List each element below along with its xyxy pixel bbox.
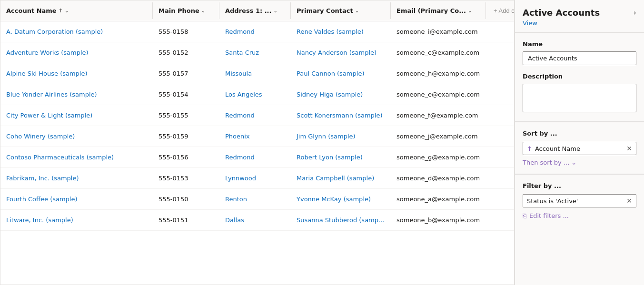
sort-tag[interactable]: ↑ Account Name ✕ [523, 142, 636, 155]
panel-description-textarea[interactable] [523, 84, 636, 112]
cell-account-name[interactable]: Litware, Inc. (sample) [0, 212, 153, 228]
sort-field-label: Account Name [535, 145, 624, 152]
cell-address[interactable]: Redmond [219, 149, 291, 166]
cell-main-phone: 555-0154 [153, 86, 219, 103]
table-row: Adventure Works (sample) 555-0152 Santa … [0, 42, 514, 63]
cell-address[interactable]: Redmond [219, 23, 291, 40]
col-header-main-phone[interactable]: Main Phone ⌄ [153, 2, 219, 19]
cell-primary-contact[interactable]: Robert Lyon (sample) [291, 149, 391, 166]
col-label-main-phone: Main Phone [159, 7, 199, 14]
cell-email: someone_j@example.com [391, 128, 486, 145]
cell-email: someone_d@example.com [391, 170, 486, 187]
cell-address[interactable]: Phoenix [219, 128, 291, 145]
cell-primary-contact[interactable]: Paul Cannon (sample) [291, 65, 391, 82]
col-dropdown-icon-main-phone[interactable]: ⌄ [201, 8, 205, 13]
cell-primary-contact[interactable]: Yvonne McKay (sample) [291, 191, 391, 207]
table-row: City Power & Light (sample) 555-0155 Red… [0, 105, 514, 126]
col-label-primary-contact: Primary Contact [297, 7, 353, 14]
cell-primary-contact[interactable]: Sidney Higa (sample) [291, 86, 391, 103]
panel-name-input[interactable] [523, 51, 636, 65]
filter-section-label: Filter by ... [523, 182, 636, 189]
cell-email: someone_i@example.com [391, 23, 486, 40]
filter-tag-close-button[interactable]: ✕ [626, 197, 632, 205]
table-row: Contoso Pharmaceuticals (sample) 555-015… [0, 147, 514, 168]
panel-name-label: Name [523, 40, 636, 48]
table-row: Coho Winery (sample) 555-0159 Phoenix Ji… [0, 126, 514, 147]
cell-account-name[interactable]: Coho Winery (sample) [0, 128, 153, 145]
cell-address[interactable]: Los Angeles [219, 86, 291, 103]
cell-main-phone: 555-0151 [153, 212, 219, 228]
cell-address[interactable]: Redmond [219, 107, 291, 124]
cell-address[interactable]: Dallas [219, 212, 291, 228]
cell-email: someone_g@example.com [391, 149, 486, 166]
col-label-address: Address 1: ... [225, 7, 272, 14]
sort-section: Sort by ... ↑ Account Name ✕ Then sort b… [515, 122, 644, 174]
col-dropdown-icon-address[interactable]: ⌄ [274, 8, 277, 13]
panel-view-link[interactable]: View [515, 20, 644, 32]
cell-account-name[interactable]: City Power & Light (sample) [0, 107, 153, 124]
filter-tag[interactable]: Status is 'Active' ✕ [523, 194, 636, 207]
cell-primary-contact[interactable]: Maria Campbell (sample) [291, 170, 391, 187]
col-header-primary-contact[interactable]: Primary Contact ⌄ [291, 2, 391, 19]
filter-value-label: Status is 'Active' [527, 197, 624, 205]
cell-main-phone: 555-0157 [153, 65, 219, 82]
cell-address[interactable]: Lynnwood [219, 170, 291, 187]
cell-main-phone: 555-0158 [153, 23, 219, 40]
sort-tag-close-button[interactable]: ✕ [626, 145, 632, 152]
col-dropdown-icon-email[interactable]: ⌄ [468, 8, 472, 13]
col-label-account-name: Account Name [6, 7, 57, 14]
panel-description-section: Description [515, 73, 644, 121]
cell-primary-contact[interactable]: Scott Konersmann (sample) [291, 107, 391, 124]
panel-title: Active Accounts [523, 8, 600, 18]
cell-address[interactable]: Missoula [219, 65, 291, 82]
edit-filters-label: Edit filters ... [529, 212, 569, 219]
cell-address[interactable]: Renton [219, 191, 291, 207]
table-row: Fabrikam, Inc. (sample) 555-0153 Lynnwoo… [0, 168, 514, 189]
cell-primary-contact[interactable]: Jim Glynn (sample) [291, 128, 391, 145]
cell-main-phone: 555-0156 [153, 149, 219, 166]
cell-account-name[interactable]: Alpine Ski House (sample) [0, 65, 153, 82]
cell-account-name[interactable]: A. Datum Corporation (sample) [0, 23, 153, 40]
edit-filters-button[interactable]: ⎗ Edit filters ... [523, 212, 569, 219]
cell-primary-contact[interactable]: Rene Valdes (sample) [291, 23, 391, 40]
cell-account-name[interactable]: Blue Yonder Airlines (sample) [0, 86, 153, 103]
cell-main-phone: 555-0153 [153, 170, 219, 187]
cell-address[interactable]: Santa Cruz [219, 44, 291, 61]
cell-account-name[interactable]: Contoso Pharmaceuticals (sample) [0, 149, 153, 166]
funnel-icon: ⎗ [523, 212, 526, 219]
cell-main-phone: 555-0150 [153, 191, 219, 207]
cell-email: someone_a@example.com [391, 191, 486, 207]
col-dropdown-icon-account-name[interactable]: ⌄ [65, 8, 69, 13]
add-column-button[interactable]: + Add column [486, 2, 515, 19]
col-label-email: Email (Primary Co... [396, 7, 466, 14]
filter-section: Filter by ... Status is 'Active' ✕ ⎗ Edi… [515, 174, 644, 227]
panel-chevron-icon[interactable]: › [634, 8, 636, 17]
panel-header: Active Accounts › [515, 0, 644, 20]
col-header-account-name[interactable]: Account Name ↑ ⌄ [0, 2, 153, 19]
col-header-email[interactable]: Email (Primary Co... ⌄ [391, 2, 486, 19]
cell-account-name[interactable]: Fabrikam, Inc. (sample) [0, 170, 153, 187]
table-header: Account Name ↑ ⌄ Main Phone ⌄ Address 1:… [0, 0, 514, 21]
sort-asc-icon: ↑ [59, 8, 63, 14]
cell-main-phone: 555-0155 [153, 107, 219, 124]
cell-account-name[interactable]: Fourth Coffee (sample) [0, 191, 153, 207]
cell-main-phone: 555-0159 [153, 128, 219, 145]
table-row: Litware, Inc. (sample) 555-0151 Dallas S… [0, 210, 514, 231]
panel-description-label: Description [523, 73, 636, 80]
then-sort-chevron-icon: ⌄ [571, 159, 576, 166]
then-sort-label: Then sort by ... [523, 159, 569, 166]
cell-email: someone_c@example.com [391, 44, 486, 61]
cell-primary-contact[interactable]: Susanna Stubberod (samp... [291, 212, 391, 228]
col-dropdown-icon-primary-contact[interactable]: ⌄ [355, 8, 359, 13]
cell-primary-contact[interactable]: Nancy Anderson (sample) [291, 44, 391, 61]
col-header-address[interactable]: Address 1: ... ⌄ [219, 2, 291, 19]
panel-name-section: Name [515, 33, 644, 73]
table-body: A. Datum Corporation (sample) 555-0158 R… [0, 21, 514, 285]
table-row: Blue Yonder Airlines (sample) 555-0154 L… [0, 84, 514, 105]
table-row: Alpine Ski House (sample) 555-0157 Misso… [0, 63, 514, 84]
then-sort-button[interactable]: Then sort by ... ⌄ [523, 159, 576, 166]
right-panel: Active Accounts › View Name Description … [515, 0, 644, 285]
cell-account-name[interactable]: Adventure Works (sample) [0, 44, 153, 61]
cell-email: someone_e@example.com [391, 86, 486, 103]
sort-asc-tag-icon: ↑ [527, 145, 532, 152]
